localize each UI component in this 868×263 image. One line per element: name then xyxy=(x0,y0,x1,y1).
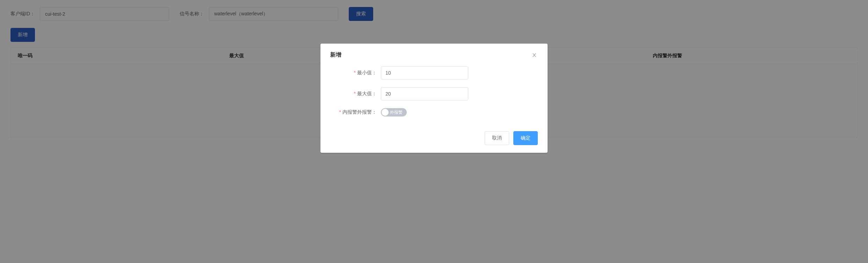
alarm-row: 内报警外报警： 外报警 xyxy=(330,108,538,117)
max-value-label: 最大值： xyxy=(330,91,381,97)
dialog-title: 新增 xyxy=(330,51,341,59)
dialog-footer: 取消 确定 xyxy=(330,131,538,144)
dialog-header: 新增 xyxy=(330,51,538,59)
min-value-label: 最小值： xyxy=(330,70,381,76)
max-value-row: 最大值： xyxy=(330,87,538,100)
max-value-input[interactable] xyxy=(381,87,468,100)
cancel-button[interactable]: 取消 xyxy=(485,131,509,144)
close-icon[interactable] xyxy=(531,52,538,59)
switch-knob xyxy=(382,109,389,116)
alarm-switch[interactable]: 外报警 xyxy=(381,108,407,117)
add-dialog: 新增 最小值： 最大值： 内报警外报警： 外报警 取消 xyxy=(320,44,548,144)
alarm-label: 内报警外报警： xyxy=(330,109,381,115)
modal-overlay: 新增 最小值： 最大值： 内报警外报警： 外报警 取消 xyxy=(0,0,868,144)
min-value-input[interactable] xyxy=(381,66,468,80)
dialog-body: 最小值： 最大值： 内报警外报警： 外报警 xyxy=(330,66,538,128)
switch-text: 外报警 xyxy=(390,110,403,115)
confirm-button[interactable]: 确定 xyxy=(513,131,538,144)
min-value-row: 最小值： xyxy=(330,66,538,80)
